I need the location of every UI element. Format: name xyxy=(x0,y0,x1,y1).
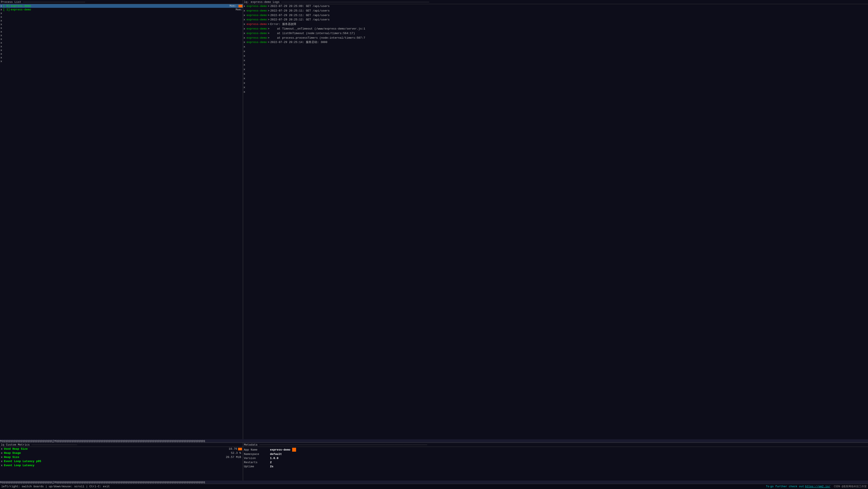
metric-heap-usage: x Heap Usage 52.3 % xyxy=(0,451,243,455)
process-empty-8: x xyxy=(0,37,243,41)
log-app-7: express-demo xyxy=(247,31,267,36)
log-line-6: x express-demo > at Timeout._onTimeout (… xyxy=(244,27,868,31)
log-empty-9: x xyxy=(244,81,868,86)
status-watermark: CSDN @孤客网络科技工作室 xyxy=(834,485,867,488)
process-empty-7: x xyxy=(0,34,243,37)
metrics-panel: lq Custom Metrics ――――――――――――――――――――――… xyxy=(0,443,243,481)
log-app-2: express-demo xyxy=(247,9,267,13)
bottom-area: lq Custom Metrics ――――――――――――――――――――――… xyxy=(0,443,868,481)
logs-title: lq- express-demo Logs xyxy=(244,0,280,4)
meta-row-appname: App Name express-demo xyxy=(244,447,867,452)
metric-x-3: x xyxy=(1,456,3,459)
logs-content: x express-demo > 2022-07-29 20:25:09: GE… xyxy=(243,4,868,439)
log-text-4: 2022-07-29 20:25:12: GET /api/users xyxy=(270,18,330,22)
log-app-4: express-demo xyxy=(247,18,267,22)
log-empty-7: x xyxy=(244,72,868,76)
main-area: Process List ―――――――――――――――――――――――――――… xyxy=(0,0,868,439)
log-x-7: x xyxy=(244,31,246,36)
log-empty-6: x xyxy=(244,67,868,72)
log-text-2: 2022-07-29 20:25:11: GET /api/users xyxy=(270,9,330,13)
log-app-5: express-demo xyxy=(247,22,267,27)
log-text-1: 2022-07-29 20:25:09: GET /api/users xyxy=(270,4,330,9)
metric-used-heap: x Used Heap Size 10.76 xyxy=(0,447,243,451)
process-mem-bar-0 xyxy=(239,5,242,7)
log-x-6: x xyxy=(244,27,246,31)
status-to-label: To xyxy=(766,485,769,488)
metric-bar-1 xyxy=(238,448,242,450)
process-empty-11: x xyxy=(0,48,243,52)
log-app-8: express-demo xyxy=(247,36,267,40)
meta-val-uptime: 2s xyxy=(270,465,274,468)
metric-val-3: 20.57 MiB xyxy=(226,456,241,459)
process-item-0[interactable]: x [ 0] express-demo Mem: xyxy=(0,4,243,8)
meta-key-namespace: Namespace xyxy=(244,453,270,456)
process-list-panel: Process List ―――――――――――――――――――――――――――… xyxy=(0,0,243,439)
status-bar: left/right: switch boards | up/down/mous… xyxy=(0,484,868,489)
log-arrow-4: > xyxy=(268,18,270,22)
metadata-header: Metadata ―――――――――――――――――――――――――――――――… xyxy=(243,443,868,447)
log-text-3: 2022-07-29 20:25:11: GET /api/users xyxy=(270,13,330,18)
log-arrow-1: > xyxy=(268,4,270,9)
log-x-8: x xyxy=(244,36,246,40)
meta-val-appname: express-demo xyxy=(270,448,290,451)
metric-x-1: x xyxy=(1,447,3,451)
status-right: To go further check out https://pm2.io/ … xyxy=(766,485,867,488)
process-empty-13: x xyxy=(0,56,243,60)
log-line-1: x express-demo > 2022-07-29 20:25:09: GE… xyxy=(244,4,868,9)
log-line-3: x express-demo > 2022-07-29 20:25:11: GE… xyxy=(244,13,868,18)
metadata-left: App Name express-demo Namespace default … xyxy=(243,447,868,481)
process-empty-4: x xyxy=(0,23,243,26)
log-empty-8: x xyxy=(244,76,868,81)
log-arrow-5: > xyxy=(268,22,270,27)
process-id-0: [ 0] xyxy=(3,4,10,8)
log-x-9: x xyxy=(244,40,246,45)
log-empty-10: x xyxy=(244,85,868,90)
log-text-5: Error: 服务器故障 xyxy=(270,22,296,27)
metrics-title: lq Custom Metrics xyxy=(1,443,30,447)
bottom-separator: mqqqqqqqqqqqqqqqqqqqqqqqqqqqqqqjmqqqqqqq… xyxy=(0,481,868,484)
meta-key-appname: App Name xyxy=(244,448,270,451)
log-text-9: 2022-07-29 20:25:14: 服务启动: 3000 xyxy=(270,40,327,45)
log-arrow-8: > xyxy=(268,36,270,40)
metric-val-2: 52.3 % xyxy=(231,451,241,455)
status-pm2-link[interactable]: https://pm2.io/ xyxy=(805,485,830,488)
metric-event-loop-p95: x Event Loop Latency p95 xyxy=(0,459,243,463)
logs-dash: ――――――――――――――――――――――――――――――――――――――――… xyxy=(280,0,867,4)
log-text-7: at listOnTimeout (node:internal/timers:5… xyxy=(270,31,355,36)
log-app-6: express-demo xyxy=(247,27,267,31)
log-text-8: at process.processTimers (node:internal/… xyxy=(270,36,365,40)
metric-val-1: 10.76 xyxy=(229,447,237,451)
meta-key-version: Version xyxy=(244,457,270,460)
log-app-9: express-demo xyxy=(247,40,267,45)
meta-row-version: Version 1.0.0 xyxy=(244,456,867,460)
log-empty-3: x xyxy=(244,54,868,58)
metadata-panel: Metadata ―――――――――――――――――――――――――――――――… xyxy=(243,443,868,481)
log-line-9: x express-demo > 2022-07-29 20:25:14: 服务… xyxy=(244,40,868,45)
status-go-text: go further check out xyxy=(770,485,804,488)
meta-key-uptime: Uptime xyxy=(244,465,270,468)
metrics-dash: ――――――――――――――――――――――――― xyxy=(30,443,242,447)
process-list-title: Process List xyxy=(1,0,21,4)
log-x-5: x xyxy=(244,22,246,27)
metric-name-3: Heap Size xyxy=(4,456,226,459)
process-empty-1: x xyxy=(0,11,243,15)
log-arrow-7: > xyxy=(268,31,270,36)
log-arrow-2: > xyxy=(268,9,270,13)
process-empty-9: x xyxy=(0,41,243,45)
metadata-title: Metadata xyxy=(244,443,257,447)
process-empty-3: x xyxy=(0,19,243,23)
metric-name-1: Used Heap Size xyxy=(4,447,229,451)
log-x-1: x xyxy=(244,4,246,9)
log-empty-5: x xyxy=(244,63,868,67)
metric-heap-size: x Heap Size 20.57 MiB xyxy=(0,455,243,459)
process-empty-5: x xyxy=(0,26,243,30)
process-name-1: express-demo xyxy=(11,8,236,11)
log-line-2: x express-demo > 2022-07-29 20:25:11: GE… xyxy=(244,9,868,13)
process-empty-14: x xyxy=(0,60,243,63)
process-x-1: x xyxy=(0,8,3,11)
logs-header: lq- express-demo Logs ――――――――――――――――――… xyxy=(243,0,868,4)
process-item-1[interactable]: x [ 1] express-demo Mem: xyxy=(0,8,243,11)
metadata-content: App Name express-demo Namespace default … xyxy=(243,447,868,481)
process-name-0: express-demo xyxy=(11,4,229,8)
metric-name-5: Event Loop Latency xyxy=(4,464,242,467)
